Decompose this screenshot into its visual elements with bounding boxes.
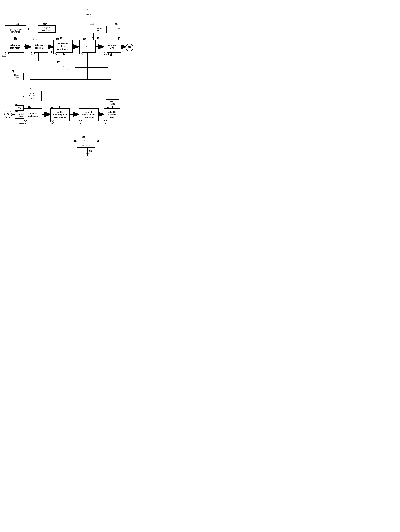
sorted-array-box: sortedarray <box>92 26 107 33</box>
ref-206: 206 <box>28 106 31 108</box>
step9-box: add 0.5if widtheven <box>104 108 120 121</box>
ref-211-right: 211 <box>108 97 111 100</box>
main-diagram: 213 input original pen commands 213' ori… <box>0 0 134 178</box>
segment-array-box: segmentarray <box>57 64 75 71</box>
step-circle-4: 4 <box>79 52 83 55</box>
sorted-segment-array-box: sortedsegmentarray <box>24 91 42 101</box>
step4-box: sort <box>79 40 96 53</box>
step8-box: grid fitnon-segmentcoordinates <box>79 108 99 121</box>
ref-205: 205 <box>121 51 125 53</box>
hinted-width-top-box: hintedwidth <box>10 73 24 80</box>
ref-209: 209 <box>106 106 109 108</box>
ref-212: 212 <box>59 60 63 62</box>
step-circle-3: 3 <box>53 52 57 55</box>
step-circle-2: 2 <box>31 52 35 55</box>
ref-212prime-bottom: 212' <box>27 88 31 90</box>
output-pen-commands-box: outputpencommands <box>77 138 95 148</box>
step6-box: resolvecollisions <box>24 108 42 121</box>
render-box: render <box>80 156 95 163</box>
hinted-coordinates-top-box: hintedcoordinates <box>79 11 98 20</box>
ref-213prime: 213' <box>43 23 47 25</box>
step3-box: determinehintedcoordinates <box>53 40 73 53</box>
ref-211-bottom-left: 211 <box>15 110 18 112</box>
step2-box: determinesegments <box>31 40 48 53</box>
ref-208: 208 <box>81 106 84 108</box>
ref-212prime-top: 212' <box>91 23 94 25</box>
steps-label-top: steps <box>1 55 6 57</box>
dag-top-box: DAG <box>115 26 124 32</box>
step-circle-7: 7 <box>50 120 54 124</box>
step-circle-5: 5 <box>104 52 107 55</box>
steps-label-bottom: steps <box>19 123 24 125</box>
step-circle-8: 8 <box>79 120 82 124</box>
hinted-width-right-box: hintedwidth <box>106 100 119 106</box>
ref-207: 207 <box>51 106 55 108</box>
step1-box: determinepath width <box>5 40 25 53</box>
ref-201: 201 <box>14 38 17 40</box>
step5-box: constructDAG <box>104 40 121 53</box>
ref-214-top: 214 <box>115 23 118 25</box>
ref-202: 202 <box>33 38 37 40</box>
ref-214-bottom: 214 <box>15 103 18 105</box>
ref-204: 204 <box>83 38 86 40</box>
circle-2a: 2A <box>5 111 12 118</box>
step-circle-9: 9 <box>104 120 107 124</box>
circle-2b: 2B <box>126 44 133 51</box>
step7-box: grid fitnear-segmentcoordinates <box>50 108 70 121</box>
step-circle-1: 1 <box>5 52 9 55</box>
input-pen-commands-box: input original pen commands <box>5 25 26 36</box>
ref-211-top: 211 <box>14 70 17 73</box>
ref-233: 233 <box>82 136 85 138</box>
ref-203: 203 <box>56 38 59 40</box>
step-circle-6: 6 <box>24 120 27 124</box>
original-coordinates-box: originalcoordinates <box>38 25 56 33</box>
ref-240: 240 <box>89 150 92 152</box>
ref-213: 213 <box>16 23 19 25</box>
ref-215: 215 <box>85 8 88 10</box>
